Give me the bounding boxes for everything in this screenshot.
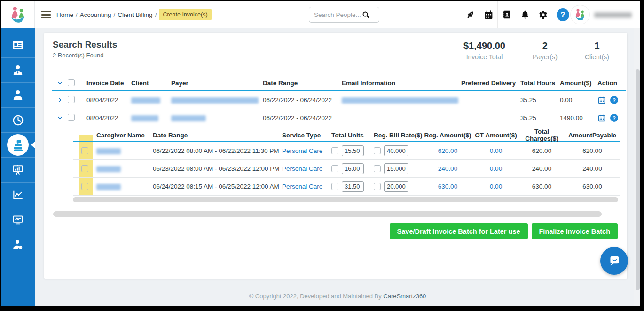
sidebar-nav: [1, 28, 35, 306]
chat-widget-button[interactable]: [600, 247, 628, 275]
top-bar: Home / Accounting / Client Billing / Cre…: [1, 1, 640, 28]
service-type-link[interactable]: Personal Care: [282, 147, 322, 154]
sidebar-item-scheduling[interactable]: [1, 108, 35, 133]
ot-amount-link[interactable]: 0.00: [472, 147, 519, 154]
stat-payers: 2 Payer(s): [533, 40, 558, 61]
sidebar-item-caregivers[interactable]: [1, 58, 35, 83]
invoice-row: 08/04/2022 06/22/2022 - 06/24/2022 35.25…: [52, 91, 626, 109]
rate-lock-checkbox[interactable]: [374, 183, 381, 190]
detail-table-hscrollbar[interactable]: [73, 197, 618, 202]
client-name-redacted[interactable]: [131, 97, 160, 104]
user-name-redacted[interactable]: [594, 12, 632, 18]
reg-amount-link[interactable]: 620.00: [423, 147, 472, 154]
payer-name-redacted[interactable]: [171, 97, 259, 104]
records-found: 2 Record(s) Found: [53, 52, 103, 59]
reg-amount-link[interactable]: 240.00: [423, 165, 472, 172]
brand-link[interactable]: CareSmartz360: [383, 293, 426, 300]
caresmartz-logo-icon: [8, 5, 28, 24]
sidebar-item-analytics[interactable]: [1, 183, 35, 207]
expand-row-chevron-icon[interactable]: [52, 96, 68, 104]
visit-checkbox[interactable]: [81, 183, 88, 190]
caregiver-name-redacted[interactable]: [96, 148, 121, 154]
detail-table-header: Caregiver Name Date Range Service Type T…: [73, 128, 620, 142]
total-units-input[interactable]: [342, 163, 364, 174]
page-vscrollbar-track: [634, 28, 640, 306]
breadcrumb-create-invoices[interactable]: Create Invoice(s): [159, 9, 211, 20]
service-type-link[interactable]: Personal Care: [282, 183, 322, 190]
rocket-icon[interactable]: [461, 1, 479, 28]
service-type-link[interactable]: Personal Care: [282, 165, 322, 172]
row-checkbox[interactable]: [68, 96, 75, 103]
payer-name-redacted[interactable]: [171, 115, 206, 121]
avatar-logo-icon: [573, 8, 587, 22]
save-draft-batch-button[interactable]: Save/Draft Invoice Batch for Later use: [390, 223, 528, 239]
ot-amount-link[interactable]: 0.00: [472, 183, 519, 190]
schedule-action-icon[interactable]: [597, 96, 606, 104]
invoice-table-header: Invoice Date Client Payer Date Range Ema…: [52, 76, 626, 91]
select-all-checkbox[interactable]: [68, 79, 75, 86]
line-chart-icon: [12, 189, 24, 201]
rate-lock-checkbox[interactable]: [374, 165, 381, 172]
sidebar-item-dashboard[interactable]: [1, 33, 35, 58]
settings-icon[interactable]: [534, 1, 552, 28]
monitor-icon: [12, 214, 24, 226]
bill-rate-input[interactable]: [384, 181, 408, 192]
person-icon: [12, 89, 24, 101]
breadcrumb-accounting[interactable]: Accounting: [80, 11, 111, 18]
newspaper-icon: [12, 39, 24, 51]
collapse-all-chevron-icon[interactable]: [52, 80, 68, 87]
visit-checkbox[interactable]: [81, 147, 88, 154]
units-lock-checkbox[interactable]: [331, 147, 338, 154]
total-units-input[interactable]: [342, 181, 364, 192]
toolbar: [461, 1, 552, 28]
bill-rate-input[interactable]: [384, 145, 408, 156]
sidebar-item-accounting[interactable]: [1, 133, 35, 158]
total-units-input[interactable]: [342, 145, 364, 156]
search-icon[interactable]: [362, 11, 370, 19]
schedule-action-icon[interactable]: [597, 114, 606, 122]
sidebar-item-admin[interactable]: [1, 232, 35, 257]
sidebar-item-monitoring[interactable]: [1, 207, 35, 232]
search-input[interactable]: [309, 11, 362, 18]
visit-detail-table: Caregiver Name Date Range Service Type T…: [73, 128, 620, 196]
presentation-chart-icon: [12, 164, 24, 176]
sidebar-item-clients[interactable]: [1, 83, 35, 108]
sidebar-item-reports[interactable]: [1, 158, 35, 183]
page-vscrollbar-thumb[interactable]: [636, 69, 640, 290]
cash-register-icon: [12, 139, 24, 152]
breadcrumb-home[interactable]: Home: [56, 11, 73, 18]
action-cell: ?: [597, 96, 626, 104]
menu-toggle-icon[interactable]: [41, 11, 51, 18]
app-logo[interactable]: [1, 1, 35, 28]
reg-amount-link[interactable]: 630.00: [423, 183, 472, 190]
search-results-card: Search Results 2 Record(s) Found $1,490.…: [44, 33, 627, 279]
invoice-table-hscrollbar[interactable]: [53, 211, 602, 217]
action-cell: ?: [597, 114, 626, 122]
help-icon[interactable]: ?: [557, 8, 569, 21]
row-help-icon[interactable]: ?: [610, 114, 618, 122]
calendar-icon[interactable]: [479, 1, 497, 28]
row-checkbox[interactable]: [68, 114, 75, 121]
client-name-redacted[interactable]: [131, 115, 158, 121]
stat-clients: 1 Client(s): [585, 40, 609, 61]
notifications-icon[interactable]: [516, 1, 534, 28]
row-help-icon[interactable]: ?: [610, 96, 618, 104]
visit-checkbox[interactable]: [81, 165, 88, 172]
ot-amount-link[interactable]: 0.00: [472, 165, 519, 172]
email-redacted: [342, 97, 458, 104]
collapse-row-chevron-icon[interactable]: [52, 114, 68, 121]
breadcrumb-client-billing[interactable]: Client Billing: [118, 11, 152, 18]
breadcrumb: Home / Accounting / Client Billing / Cre…: [56, 1, 212, 28]
caregiver-name-redacted[interactable]: [96, 184, 121, 190]
bill-rate-input[interactable]: [384, 163, 408, 174]
units-lock-checkbox[interactable]: [331, 165, 338, 172]
user-settings-icon: [12, 239, 24, 251]
contacts-icon[interactable]: [497, 1, 516, 28]
copyright-footer: © Copyright 2022, Developed and Maintain…: [35, 293, 640, 300]
caregiver-name-redacted[interactable]: [96, 166, 121, 172]
rate-lock-checkbox[interactable]: [374, 147, 381, 154]
units-lock-checkbox[interactable]: [331, 183, 338, 190]
active-item-arrow: [31, 141, 35, 149]
finalize-batch-button[interactable]: Finalize Invoice Batch: [532, 223, 618, 239]
user-avatar[interactable]: [571, 5, 589, 24]
